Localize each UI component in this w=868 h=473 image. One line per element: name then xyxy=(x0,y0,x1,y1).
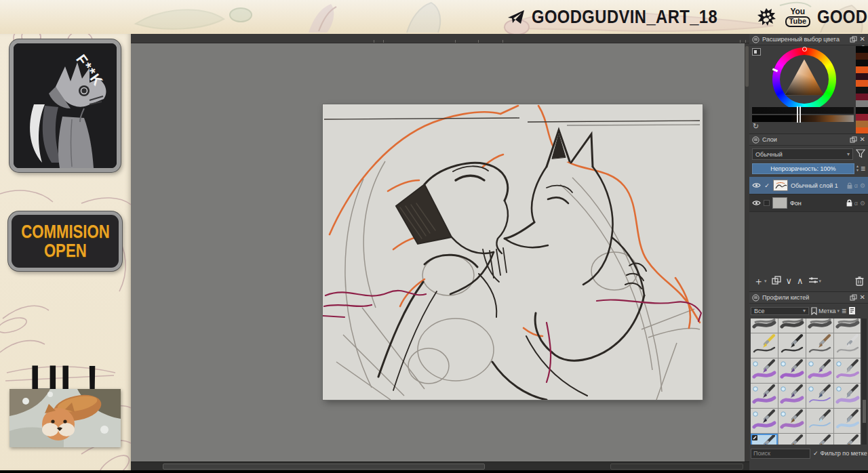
canvas-workspace[interactable] xyxy=(131,34,749,470)
brush-preset[interactable] xyxy=(778,384,806,408)
blend-mode-dropdown[interactable]: Обычный ▾ xyxy=(752,148,853,160)
layer-options-menu-icon[interactable]: ≡ xyxy=(861,164,865,173)
tag-label: Метка xyxy=(818,308,836,314)
alpha-lock-icon[interactable]: α xyxy=(854,200,858,207)
brush-search-input[interactable] xyxy=(751,449,810,459)
lock-icon[interactable] xyxy=(846,199,852,207)
slider-1-handle[interactable] xyxy=(797,106,801,115)
brush-grid-scrollbar[interactable] xyxy=(862,318,867,445)
brush-preset[interactable] xyxy=(751,318,778,333)
brush-preset[interactable] xyxy=(834,318,861,333)
color-panel-header[interactable]: Расширенный выбор цвета ✕ xyxy=(749,34,868,45)
color-history-swatch[interactable] xyxy=(856,87,868,94)
float-panel-icon[interactable] xyxy=(850,36,857,43)
advanced-color-selector-panel: Расширенный выбор цвета ✕ ↻ xyxy=(749,34,868,133)
color-history-swatch[interactable] xyxy=(856,66,868,73)
brush-preset[interactable] xyxy=(778,409,806,433)
brush-preset[interactable] xyxy=(834,384,861,408)
brush-tag-filter-dropdown[interactable]: Все ▾ xyxy=(751,307,809,315)
color-history-swatch[interactable] xyxy=(856,121,868,127)
delete-layer-button[interactable] xyxy=(855,276,864,286)
float-panel-icon[interactable] xyxy=(850,294,857,302)
color-history-swatch[interactable] xyxy=(856,53,868,60)
brush-preset[interactable] xyxy=(751,358,778,383)
brush-preset[interactable] xyxy=(806,318,833,333)
brush-preset[interactable] xyxy=(806,333,833,358)
brush-preset[interactable] xyxy=(834,409,861,433)
brush-grid-scrollbar-thumb[interactable] xyxy=(863,400,866,423)
add-layer-button[interactable]: ＋ ▾ xyxy=(753,276,767,286)
brush-preset[interactable] xyxy=(751,333,778,358)
brush-panel-header[interactable]: Профили кистей ✕ xyxy=(749,292,868,304)
layer-properties-icon[interactable]: ⚙ xyxy=(860,182,865,189)
color-wheel[interactable] xyxy=(772,47,836,111)
alpha-lock-icon[interactable]: α xyxy=(854,182,858,189)
brush-preset[interactable] xyxy=(834,358,861,383)
vertical-scrollbar-thumb[interactable] xyxy=(745,46,749,87)
layer-visible-eye-icon[interactable] xyxy=(752,182,761,188)
color-history-swatch[interactable] xyxy=(856,107,868,114)
layer-thumbnail[interactable] xyxy=(773,180,788,191)
color-slider-2[interactable] xyxy=(752,115,854,122)
brush-preset[interactable] xyxy=(778,434,806,445)
brush-preset[interactable] xyxy=(806,409,833,433)
duplicate-layer-button[interactable] xyxy=(772,276,781,285)
layer-thumbnail[interactable] xyxy=(772,197,787,209)
hue-cursor[interactable] xyxy=(802,47,807,52)
brush-preset-selected[interactable] xyxy=(751,434,778,445)
opacity-slider[interactable]: Непрозрачность: 100% xyxy=(752,163,854,174)
horizontal-scrollbar-thumb[interactable] xyxy=(163,464,485,470)
close-panel-icon[interactable]: ✕ xyxy=(860,294,865,301)
brush-preset[interactable] xyxy=(806,358,833,383)
brush-preset[interactable] xyxy=(778,358,806,383)
brush-preset[interactable] xyxy=(806,434,833,445)
right-dock: Расширенный выбор цвета ✕ ↻ xyxy=(749,34,868,470)
brush-editor-icon[interactable] xyxy=(848,306,856,315)
layer-properties-icon[interactable]: ⚙ xyxy=(860,200,865,207)
drawing-canvas[interactable] xyxy=(323,104,703,400)
commission-line2: OPEN xyxy=(44,241,87,260)
move-layer-up-button[interactable]: ∧ xyxy=(797,276,804,285)
color-slider-1[interactable] xyxy=(752,107,854,114)
vertical-scrollbar[interactable] xyxy=(745,43,749,461)
brush-preset[interactable] xyxy=(778,318,806,333)
brush-preset[interactable] xyxy=(751,384,778,408)
layer-filter-icon[interactable] xyxy=(856,148,865,159)
horizontal-scrollbar-segment[interactable] xyxy=(610,464,743,470)
layer-select-checkbox[interactable] xyxy=(764,200,770,206)
color-history-swatch[interactable] xyxy=(856,46,868,53)
tag-button[interactable]: Метка ▾ xyxy=(811,307,840,315)
brush-preset[interactable] xyxy=(834,434,861,445)
slider-2-handle[interactable] xyxy=(797,115,801,123)
color-history-swatch[interactable] xyxy=(856,114,868,121)
layer-row-background[interactable]: Фон α ⚙ xyxy=(749,194,868,212)
color-display-settings-icon[interactable] xyxy=(752,48,761,56)
color-history-swatch[interactable] xyxy=(856,73,868,80)
color-history-swatch[interactable] xyxy=(856,60,868,66)
opacity-spinner[interactable]: ▴ ▾ xyxy=(856,165,859,172)
brush-preset[interactable] xyxy=(806,384,833,408)
float-panel-icon[interactable] xyxy=(850,136,857,144)
layer-visible-eye-icon[interactable] xyxy=(752,200,761,206)
spin-down-icon[interactable]: ▾ xyxy=(856,169,859,172)
horizontal-scrollbar[interactable] xyxy=(131,461,749,470)
brush-view-menu-icon[interactable]: ≡ xyxy=(842,306,846,316)
color-history-swatch[interactable] xyxy=(856,80,868,87)
move-layer-down-button[interactable]: ∨ xyxy=(786,276,793,285)
layer-selected-check[interactable]: ✓ xyxy=(764,182,770,189)
color-history-swatch[interactable] xyxy=(856,100,868,107)
close-panel-icon[interactable]: ✕ xyxy=(860,136,865,143)
color-history-swatch[interactable] xyxy=(856,94,868,100)
layers-panel-header[interactable]: Слои ✕ xyxy=(749,134,868,146)
layer-name[interactable]: Фон xyxy=(790,200,844,207)
brush-preset[interactable] xyxy=(751,409,778,433)
brush-preset[interactable] xyxy=(778,333,806,358)
layer-name[interactable]: Обычный слой 1 xyxy=(791,182,844,189)
reset-color-icon[interactable]: ↻ xyxy=(753,122,759,131)
lock-icon[interactable] xyxy=(847,182,852,189)
layer-row-active[interactable]: ✓ Обычный слой 1 α ⚙ xyxy=(749,177,868,194)
layer-properties-button[interactable]: ▾ xyxy=(808,276,822,285)
brush-preset[interactable] xyxy=(834,333,861,358)
close-panel-icon[interactable]: ✕ xyxy=(860,36,865,43)
filter-by-tag-checkbox[interactable]: ✓ Фильтр по метке xyxy=(813,450,867,457)
